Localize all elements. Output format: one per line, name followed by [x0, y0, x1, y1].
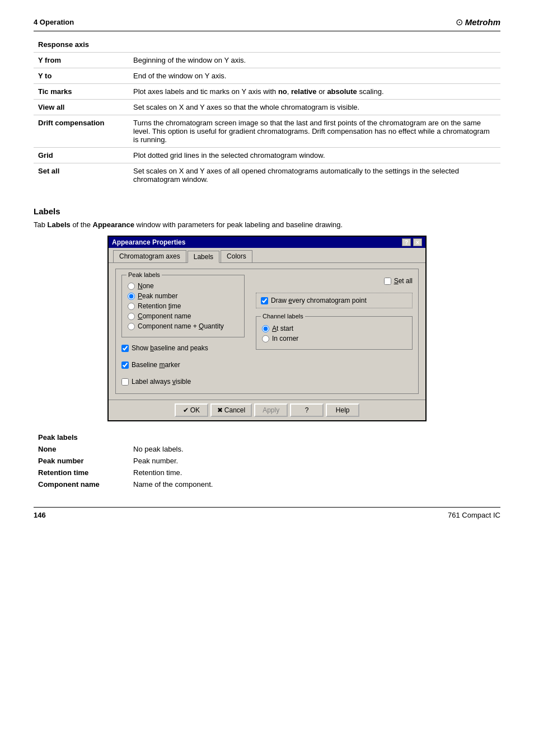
appearance-properties-dialog: Appearance Properties ? × Chromatogram a…	[107, 236, 427, 421]
ok-label: OK	[190, 406, 200, 414]
table-row: Drift compensation Turns the chromatogra…	[34, 115, 500, 148]
radio-none-input[interactable]	[128, 283, 135, 290]
checkbox-label-always-label: Label always visible	[132, 378, 191, 386]
dialog-tabs: Chromatogram axes Labels Colors	[109, 248, 425, 263]
table-row: Y from Beginning of the window on Y axis…	[34, 53, 500, 68]
row-label: Drift compensation	[34, 115, 129, 148]
row-label: None	[34, 443, 129, 455]
tab-labels[interactable]: Labels	[188, 251, 219, 263]
checkbox-show-baseline-label: Show baseline and peaks	[132, 344, 208, 352]
row-label: Y to	[34, 68, 129, 84]
checkbox-baseline-marker-label: Baseline marker	[132, 361, 180, 369]
row-label: Response axis	[34, 37, 129, 53]
page: 4 Operation ⊙ Metrohm Response axis Y fr…	[0, 0, 534, 756]
channel-labels-group: Channel labels At start In corner	[256, 316, 413, 350]
cancel-button[interactable]: ✖ Cancel	[210, 403, 252, 417]
row-text: End of the window on Y axis.	[129, 68, 500, 84]
right-panel: Set all Draw every chromatogram point Ch…	[256, 275, 413, 388]
dialog-title: Appearance Properties	[112, 238, 185, 246]
labels-heading: Labels	[34, 206, 500, 216]
row-label: Set all	[34, 163, 129, 187]
dialog-help-button[interactable]: ?	[402, 238, 411, 246]
row-label: Peak labels	[34, 431, 129, 443]
radio-peak-number-label: Peak number	[138, 292, 177, 300]
cancel-icon: ✖	[217, 406, 223, 414]
radio-component-quantity-input[interactable]	[128, 323, 135, 330]
radio-at-start-label: At start	[272, 325, 293, 332]
radio-at-start-input[interactable]	[262, 325, 269, 332]
row-text: Set scales on X and Y axes so that the w…	[129, 100, 500, 115]
checkbox-label-always-input[interactable]	[121, 378, 129, 386]
row-label: Peak number	[34, 455, 129, 467]
labels-intro: Tab Labels of the Appearance window with…	[34, 220, 500, 229]
apply-label: Apply	[263, 406, 279, 414]
dialog-footer: ✔ OK ✖ Cancel Apply ? Help	[109, 400, 425, 420]
dialog-close-button[interactable]: ×	[413, 238, 422, 246]
page-header: 4 Operation ⊙ Metrohm	[34, 17, 500, 31]
row-text: Plot axes labels and tic marks on Y axis…	[129, 84, 500, 100]
radio-component-name-label: Component name	[138, 312, 191, 320]
table-row: Tic marks Plot axes labels and tic marks…	[34, 84, 500, 100]
row-text: Set scales on X and Y axes of all opened…	[129, 163, 500, 187]
radio-component-quantity-label: Component name + Quantity	[138, 322, 224, 330]
row-text	[129, 431, 500, 443]
radio-retention-time-input[interactable]	[128, 303, 135, 310]
set-all-row: Set all	[256, 275, 413, 287]
tab-colors[interactable]: Colors	[221, 250, 252, 262]
table-row: Peak labels	[34, 431, 500, 443]
titlebar-buttons: ? ×	[402, 238, 422, 246]
radio-in-corner: In corner	[262, 335, 406, 342]
row-text: Plot dotted grid lines in the selected c…	[129, 148, 500, 163]
page-number: 146	[34, 511, 46, 519]
table-row: Retention time Retention time.	[34, 467, 500, 478]
radio-at-start: At start	[262, 325, 406, 332]
table-row: Set all Set scales on X and Y axes of al…	[34, 163, 500, 187]
help-question-label: ?	[305, 406, 309, 414]
table-row: None No peak labels.	[34, 443, 500, 455]
checkbox-show-baseline-input[interactable]	[121, 345, 129, 352]
row-label: Retention time	[34, 467, 129, 478]
radio-peak-number: Peak number	[128, 292, 238, 300]
table-row: View all Set scales on X and Y axes so t…	[34, 100, 500, 115]
radio-component-name-input[interactable]	[128, 313, 135, 320]
peak-labels-group: Peak labels None Peak number Retention t…	[121, 275, 245, 337]
page-footer: 146 761 Compact IC	[34, 507, 500, 519]
row-text: Retention time.	[129, 467, 500, 478]
table-row: Grid Plot dotted grid lines in the selec…	[34, 148, 500, 163]
row-text: Peak number.	[129, 455, 500, 467]
checkbox-draw-every-input[interactable]	[261, 297, 268, 304]
peak-labels-legend: Peak labels	[127, 271, 162, 278]
radio-component-quantity: Component name + Quantity	[128, 322, 238, 330]
table-row: Response axis	[34, 37, 500, 53]
radio-none: None	[128, 282, 238, 290]
help-question-button[interactable]: ?	[290, 403, 324, 417]
row-text	[129, 37, 500, 53]
checkbox-baseline-marker-input[interactable]	[121, 361, 129, 369]
row-label: Tic marks	[34, 84, 129, 100]
apply-button[interactable]: Apply	[254, 403, 288, 417]
checkbox-set-all-input[interactable]	[384, 278, 391, 285]
help-button[interactable]: Help	[326, 403, 359, 417]
table-row: Y to End of the window on Y axis.	[34, 68, 500, 84]
radio-peak-number-input[interactable]	[128, 293, 135, 300]
table-row: Peak number Peak number.	[34, 455, 500, 467]
ok-icon: ✔	[183, 406, 189, 414]
checkbox-draw-every-label: Draw every chromatogram point	[271, 297, 367, 304]
help-label: Help	[336, 406, 350, 414]
checkbox-label-always: Label always visible	[121, 378, 245, 386]
dialog-titlebar: Appearance Properties ? ×	[109, 237, 425, 248]
peak-labels-table: Peak labels None No peak labels. Peak nu…	[34, 431, 500, 490]
radio-none-label: None	[138, 282, 154, 290]
row-text: Beginning of the window on Y axis.	[129, 53, 500, 68]
draw-every-row: Draw every chromatogram point	[256, 293, 413, 308]
row-text: Name of the component.	[129, 478, 500, 490]
table-row: Component name Name of the component.	[34, 478, 500, 490]
checkbox-baseline-marker: Baseline marker	[121, 361, 245, 369]
tab-chromatogram-axes[interactable]: Chromatogram axes	[113, 250, 186, 262]
radio-in-corner-input[interactable]	[262, 335, 269, 342]
metrohm-logo-icon: ⊙	[456, 17, 463, 27]
row-label: View all	[34, 100, 129, 115]
row-text: Turns the chromatogram screen image so t…	[129, 115, 500, 148]
radio-retention-time-label: Retention time	[138, 302, 181, 310]
ok-button[interactable]: ✔ OK	[175, 403, 208, 417]
